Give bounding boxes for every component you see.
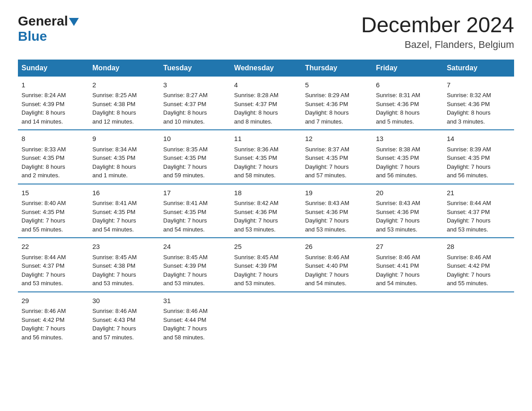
day-info: Sunrise: 8:29 AMSunset: 4:36 PMDaylight:… xyxy=(305,92,349,125)
calendar-table: Sunday Monday Tuesday Wednesday Thursday… xyxy=(18,60,514,346)
calendar-cell: 6Sunrise: 8:31 AMSunset: 4:36 PMDaylight… xyxy=(372,77,443,130)
day-number: 7 xyxy=(447,80,511,90)
logo-general: General xyxy=(18,13,68,29)
calendar-cell: 21Sunrise: 8:44 AMSunset: 4:37 PMDayligh… xyxy=(443,184,514,238)
day-info: Sunrise: 8:46 AMSunset: 4:43 PMDaylight:… xyxy=(92,308,137,341)
calendar-cell: 10Sunrise: 8:35 AMSunset: 4:35 PMDayligh… xyxy=(160,130,231,184)
day-info: Sunrise: 8:46 AMSunset: 4:40 PMDaylight:… xyxy=(305,254,349,287)
day-info: Sunrise: 8:45 AMSunset: 4:39 PMDaylight:… xyxy=(163,254,208,287)
calendar-cell: 1Sunrise: 8:24 AMSunset: 4:39 PMDaylight… xyxy=(18,77,89,130)
day-number: 21 xyxy=(447,188,511,198)
header-sunday: Sunday xyxy=(18,60,89,77)
day-info: Sunrise: 8:43 AMSunset: 4:36 PMDaylight:… xyxy=(376,200,420,233)
day-info: Sunrise: 8:46 AMSunset: 4:41 PMDaylight:… xyxy=(376,254,420,287)
day-info: Sunrise: 8:35 AMSunset: 4:35 PMDaylight:… xyxy=(163,146,208,179)
svg-marker-0 xyxy=(69,18,79,26)
calendar-cell: 12Sunrise: 8:37 AMSunset: 4:35 PMDayligh… xyxy=(301,130,372,184)
day-number: 12 xyxy=(305,134,369,144)
header-monday: Monday xyxy=(89,60,159,77)
calendar-cell: 27Sunrise: 8:46 AMSunset: 4:41 PMDayligh… xyxy=(372,238,443,292)
header-friday: Friday xyxy=(372,60,443,77)
day-info: Sunrise: 8:25 AMSunset: 4:38 PMDaylight:… xyxy=(92,92,137,125)
day-number: 23 xyxy=(92,242,156,252)
logo-triangle-icon xyxy=(69,18,79,26)
calendar-cell: 26Sunrise: 8:46 AMSunset: 4:40 PMDayligh… xyxy=(301,238,372,292)
location: Bazel, Flanders, Belgium xyxy=(361,39,514,51)
calendar-cell: 2Sunrise: 8:25 AMSunset: 4:38 PMDaylight… xyxy=(89,77,159,130)
calendar-cell xyxy=(372,292,443,346)
day-info: Sunrise: 8:40 AMSunset: 4:35 PMDaylight:… xyxy=(21,200,66,233)
calendar-week-row: 22Sunrise: 8:44 AMSunset: 4:37 PMDayligh… xyxy=(18,238,514,292)
calendar-cell: 18Sunrise: 8:42 AMSunset: 4:36 PMDayligh… xyxy=(231,184,301,238)
day-number: 28 xyxy=(447,242,511,252)
day-info: Sunrise: 8:38 AMSunset: 4:35 PMDaylight:… xyxy=(376,146,420,179)
day-number: 8 xyxy=(21,134,85,144)
calendar-cell: 13Sunrise: 8:38 AMSunset: 4:35 PMDayligh… xyxy=(372,130,443,184)
calendar-cell xyxy=(301,292,372,346)
day-number: 3 xyxy=(163,80,227,90)
day-info: Sunrise: 8:31 AMSunset: 4:36 PMDaylight:… xyxy=(376,92,420,125)
day-info: Sunrise: 8:24 AMSunset: 4:39 PMDaylight:… xyxy=(21,92,66,125)
day-number: 10 xyxy=(163,134,227,144)
day-number: 2 xyxy=(92,80,156,90)
calendar-cell: 7Sunrise: 8:32 AMSunset: 4:36 PMDaylight… xyxy=(443,77,514,130)
calendar-cell: 11Sunrise: 8:36 AMSunset: 4:35 PMDayligh… xyxy=(231,130,301,184)
day-number: 11 xyxy=(234,134,298,144)
day-number: 24 xyxy=(163,242,227,252)
calendar-cell: 5Sunrise: 8:29 AMSunset: 4:36 PMDaylight… xyxy=(301,77,372,130)
calendar-week-row: 15Sunrise: 8:40 AMSunset: 4:35 PMDayligh… xyxy=(18,184,514,238)
calendar-cell: 3Sunrise: 8:27 AMSunset: 4:37 PMDaylight… xyxy=(160,77,231,130)
day-number: 31 xyxy=(163,296,227,306)
day-number: 9 xyxy=(92,134,156,144)
day-info: Sunrise: 8:39 AMSunset: 4:35 PMDaylight:… xyxy=(447,146,491,179)
calendar-cell xyxy=(231,292,301,346)
day-number: 25 xyxy=(234,242,298,252)
calendar-week-row: 8Sunrise: 8:33 AMSunset: 4:35 PMDaylight… xyxy=(18,130,514,184)
calendar-cell: 28Sunrise: 8:46 AMSunset: 4:42 PMDayligh… xyxy=(443,238,514,292)
calendar-cell: 24Sunrise: 8:45 AMSunset: 4:39 PMDayligh… xyxy=(160,238,231,292)
day-info: Sunrise: 8:46 AMSunset: 4:44 PMDaylight:… xyxy=(163,308,208,341)
day-info: Sunrise: 8:37 AMSunset: 4:35 PMDaylight:… xyxy=(305,146,349,179)
calendar-cell: 31Sunrise: 8:46 AMSunset: 4:44 PMDayligh… xyxy=(160,292,231,346)
calendar-cell: 9Sunrise: 8:34 AMSunset: 4:35 PMDaylight… xyxy=(89,130,159,184)
calendar-cell: 20Sunrise: 8:43 AMSunset: 4:36 PMDayligh… xyxy=(372,184,443,238)
calendar-cell: 17Sunrise: 8:41 AMSunset: 4:35 PMDayligh… xyxy=(160,184,231,238)
day-number: 17 xyxy=(163,188,227,198)
calendar-week-row: 1Sunrise: 8:24 AMSunset: 4:39 PMDaylight… xyxy=(18,77,514,130)
day-number: 29 xyxy=(21,296,85,306)
day-info: Sunrise: 8:34 AMSunset: 4:35 PMDaylight:… xyxy=(92,146,137,179)
header-wednesday: Wednesday xyxy=(231,60,301,77)
day-number: 30 xyxy=(92,296,156,306)
header-saturday: Saturday xyxy=(443,60,514,77)
day-info: Sunrise: 8:44 AMSunset: 4:37 PMDaylight:… xyxy=(21,254,66,287)
day-info: Sunrise: 8:42 AMSunset: 4:36 PMDaylight:… xyxy=(234,200,279,233)
day-info: Sunrise: 8:27 AMSunset: 4:37 PMDaylight:… xyxy=(163,92,208,125)
day-number: 22 xyxy=(21,242,85,252)
day-info: Sunrise: 8:45 AMSunset: 4:39 PMDaylight:… xyxy=(234,254,279,287)
header-tuesday: Tuesday xyxy=(160,60,231,77)
logo-blue: Blue xyxy=(18,29,47,43)
day-info: Sunrise: 8:36 AMSunset: 4:35 PMDaylight:… xyxy=(234,146,279,179)
calendar-cell: 8Sunrise: 8:33 AMSunset: 4:35 PMDaylight… xyxy=(18,130,89,184)
day-info: Sunrise: 8:32 AMSunset: 4:36 PMDaylight:… xyxy=(447,92,491,125)
day-number: 14 xyxy=(447,134,511,144)
calendar-week-row: 29Sunrise: 8:46 AMSunset: 4:42 PMDayligh… xyxy=(18,292,514,346)
day-number: 26 xyxy=(305,242,369,252)
day-info: Sunrise: 8:33 AMSunset: 4:35 PMDaylight:… xyxy=(21,146,66,179)
calendar-cell: 19Sunrise: 8:43 AMSunset: 4:36 PMDayligh… xyxy=(301,184,372,238)
calendar-cell: 4Sunrise: 8:28 AMSunset: 4:37 PMDaylight… xyxy=(231,77,301,130)
calendar-cell xyxy=(443,292,514,346)
day-info: Sunrise: 8:45 AMSunset: 4:38 PMDaylight:… xyxy=(92,254,137,287)
weekday-header-row: Sunday Monday Tuesday Wednesday Thursday… xyxy=(18,60,514,77)
day-number: 6 xyxy=(376,80,439,90)
header-thursday: Thursday xyxy=(301,60,372,77)
day-info: Sunrise: 8:41 AMSunset: 4:35 PMDaylight:… xyxy=(163,200,208,233)
calendar-cell: 23Sunrise: 8:45 AMSunset: 4:38 PMDayligh… xyxy=(89,238,159,292)
page-header: General Blue December 2024 Bazel, Flande… xyxy=(18,13,514,51)
day-number: 15 xyxy=(21,188,85,198)
day-info: Sunrise: 8:46 AMSunset: 4:42 PMDaylight:… xyxy=(21,308,66,341)
calendar-cell: 22Sunrise: 8:44 AMSunset: 4:37 PMDayligh… xyxy=(18,238,89,292)
month-title: December 2024 xyxy=(361,13,514,37)
day-number: 20 xyxy=(376,188,439,198)
day-number: 27 xyxy=(376,242,439,252)
